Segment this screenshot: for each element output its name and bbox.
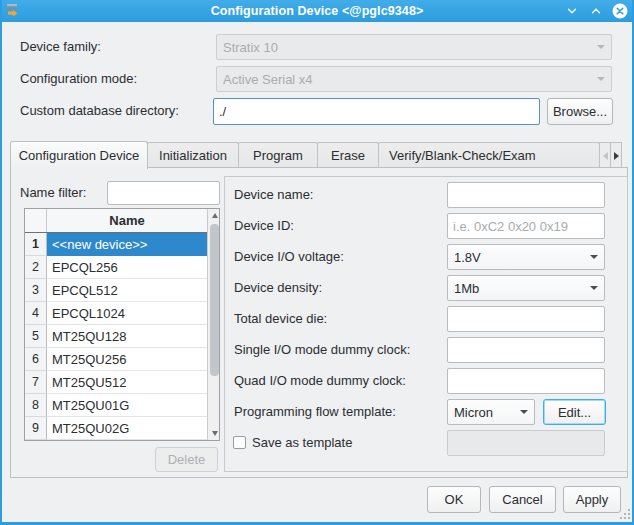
device-density-select[interactable]: 1Mb bbox=[447, 275, 605, 301]
arrow-right-icon bbox=[614, 152, 619, 160]
name-filter-input[interactable] bbox=[107, 181, 220, 205]
row-number: 3 bbox=[25, 279, 47, 302]
titlebar[interactable]: Configuration Device <@pglc9348> bbox=[0, 0, 634, 22]
window-title: Configuration Device <@pglc9348> bbox=[0, 0, 634, 22]
name-filter-label: Name filter: bbox=[20, 180, 86, 206]
row-number: 6 bbox=[25, 348, 47, 371]
chevron-down-icon bbox=[590, 286, 598, 290]
device-family-select: Stratix 10 bbox=[216, 34, 612, 60]
device-name-cell[interactable]: MT25QU256 bbox=[47, 348, 207, 371]
maximize-button[interactable] bbox=[588, 3, 604, 19]
scroll-down-icon[interactable] bbox=[208, 427, 221, 440]
scroll-up-icon[interactable] bbox=[208, 209, 221, 222]
minimize-button[interactable] bbox=[564, 3, 580, 19]
device-name-cell[interactable]: MT25QU02G bbox=[47, 417, 207, 440]
row-number: 4 bbox=[25, 302, 47, 325]
device-name-cell[interactable]: MT25QU01G bbox=[47, 394, 207, 417]
device-density-label: Device density: bbox=[234, 275, 322, 301]
save-as-template-label: Save as template bbox=[252, 430, 352, 456]
row-number: 5 bbox=[25, 325, 47, 348]
chevron-down-icon bbox=[597, 77, 605, 81]
configuration-mode-label: Configuration mode: bbox=[20, 66, 137, 92]
chevron-down-icon bbox=[520, 410, 528, 414]
delete-button[interactable]: Delete bbox=[155, 447, 218, 472]
tab-erase[interactable]: Erase bbox=[317, 142, 379, 168]
device-family-label: Device family: bbox=[20, 34, 101, 60]
tab-scroll-right-button[interactable] bbox=[610, 142, 622, 168]
cancel-button[interactable]: Cancel bbox=[489, 486, 556, 513]
device-density-value: 1Mb bbox=[454, 281, 584, 296]
apply-button[interactable]: Apply bbox=[563, 486, 621, 513]
tab-bar: Configuration Device Initialization Prog… bbox=[10, 141, 622, 168]
row-number: 1 bbox=[25, 233, 47, 256]
single-io-dummy-clock-input[interactable] bbox=[447, 337, 605, 363]
browse-button[interactable]: Browse... bbox=[547, 98, 613, 125]
device-family-value: Stratix 10 bbox=[223, 40, 591, 55]
table-row[interactable]: 8 MT25QU01G bbox=[25, 394, 207, 417]
device-table-body: Name 1 <<new device>> 2 EPCQL256 3 EPCQL… bbox=[25, 209, 207, 440]
tab-configuration-device[interactable]: Configuration Device bbox=[10, 141, 148, 169]
io-voltage-value: 1.8V bbox=[454, 250, 584, 265]
table-row[interactable]: 1 <<new device>> bbox=[25, 233, 207, 256]
io-voltage-select[interactable]: 1.8V bbox=[447, 244, 605, 270]
device-table-header: Name bbox=[25, 209, 207, 233]
device-name-cell[interactable]: EPCQL512 bbox=[47, 279, 207, 302]
save-as-template-checkbox[interactable] bbox=[233, 436, 246, 449]
total-device-die-input[interactable] bbox=[447, 306, 605, 332]
device-id-label: Device ID: bbox=[234, 213, 294, 239]
device-id-input[interactable] bbox=[447, 213, 605, 239]
table-scrollbar[interactable] bbox=[207, 209, 219, 440]
quad-io-dummy-clock-label: Quad I/O mode dummy clock: bbox=[234, 368, 406, 394]
resize-grip[interactable] bbox=[624, 513, 626, 515]
io-voltage-label: Device I/O voltage: bbox=[234, 244, 344, 270]
table-row[interactable]: 4 EPCQL1024 bbox=[25, 302, 207, 325]
tab-initialization[interactable]: Initialization bbox=[147, 142, 239, 168]
row-number: 9 bbox=[25, 417, 47, 440]
device-table: Name 1 <<new device>> 2 EPCQL256 3 EPCQL… bbox=[24, 208, 220, 441]
custom-db-directory-label: Custom database directory: bbox=[20, 98, 179, 124]
quad-io-dummy-clock-input[interactable] bbox=[447, 368, 605, 394]
table-row[interactable]: 6 MT25QU256 bbox=[25, 348, 207, 371]
configuration-mode-value: Active Serial x4 bbox=[223, 72, 591, 87]
configuration-mode-select: Active Serial x4 bbox=[216, 66, 612, 92]
row-number-header bbox=[25, 209, 47, 232]
name-column-header: Name bbox=[47, 209, 207, 232]
single-io-dummy-clock-label: Single I/O mode dummy clock: bbox=[234, 337, 410, 363]
table-row[interactable]: 3 EPCQL512 bbox=[25, 279, 207, 302]
arrow-left-icon bbox=[603, 152, 608, 160]
custom-db-directory-input[interactable] bbox=[213, 98, 540, 125]
row-number: 7 bbox=[25, 371, 47, 394]
device-name-cell[interactable]: EPCQL1024 bbox=[47, 302, 207, 325]
tab-verify-blank-check-examine[interactable]: Verify/Blank-Check/Exam bbox=[378, 142, 600, 168]
table-row[interactable]: 5 MT25QU128 bbox=[25, 325, 207, 348]
table-row[interactable]: 9 MT25QU02G bbox=[25, 417, 207, 440]
device-name-cell[interactable]: MT25QU512 bbox=[47, 371, 207, 394]
close-button[interactable] bbox=[612, 3, 628, 19]
row-number: 8 bbox=[25, 394, 47, 417]
ok-button[interactable]: OK bbox=[427, 486, 481, 513]
device-name-label: Device name: bbox=[234, 182, 313, 208]
programming-flow-template-select[interactable]: Micron bbox=[447, 399, 535, 425]
edit-button[interactable]: Edit... bbox=[543, 399, 606, 425]
total-device-die-label: Total device die: bbox=[234, 306, 327, 332]
device-name-cell[interactable]: MT25QU128 bbox=[47, 325, 207, 348]
chevron-down-icon bbox=[590, 255, 598, 259]
device-name-cell[interactable]: EPCQL256 bbox=[47, 256, 207, 279]
tab-program[interactable]: Program bbox=[238, 142, 318, 168]
table-row[interactable]: 7 MT25QU512 bbox=[25, 371, 207, 394]
configuration-device-dialog: Configuration Device <@pglc9348> Device … bbox=[0, 0, 634, 525]
programming-flow-template-value: Micron bbox=[454, 405, 514, 420]
window-controls bbox=[564, 0, 628, 22]
table-row[interactable]: 2 EPCQL256 bbox=[25, 256, 207, 279]
save-as-template-input bbox=[447, 430, 605, 456]
chevron-down-icon bbox=[597, 45, 605, 49]
programming-flow-template-label: Programming flow template: bbox=[234, 399, 396, 425]
device-name-input[interactable] bbox=[447, 182, 605, 208]
device-name-cell[interactable]: <<new device>> bbox=[47, 233, 207, 256]
row-number: 2 bbox=[25, 256, 47, 279]
scrollbar-thumb[interactable] bbox=[210, 224, 219, 376]
